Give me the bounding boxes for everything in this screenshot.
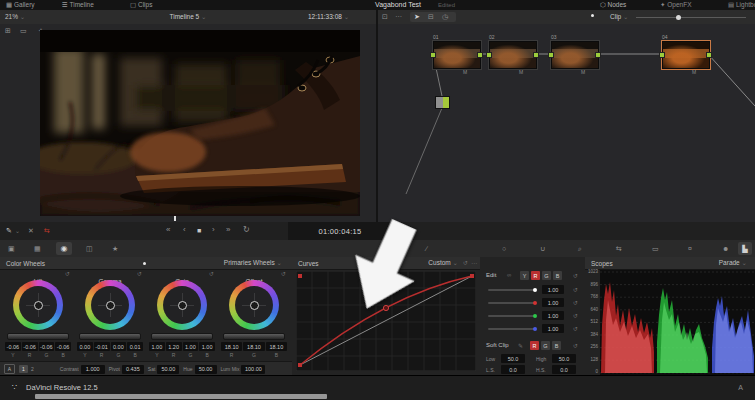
chevron-down-icon[interactable]: ⌄ — [15, 227, 20, 234]
circle-tool-icon[interactable]: ○ — [502, 245, 506, 252]
gain-y-value[interactable]: 1.00 — [149, 342, 165, 351]
red-curve-slider[interactable] — [488, 302, 536, 304]
lift-master-slider[interactable] — [7, 333, 69, 340]
camera-raw-icon[interactable]: ▣ — [8, 245, 15, 252]
reset-icon[interactable]: ↺ — [137, 270, 142, 277]
gamma-wheel[interactable] — [85, 280, 135, 330]
bank-a-button[interactable]: A — [4, 364, 15, 374]
ls-value[interactable]: 0.0 — [501, 365, 525, 374]
soft-clip-channel-b[interactable]: B — [552, 341, 561, 350]
scopes-tab-active[interactable]: ▙ — [738, 242, 752, 255]
luma-curve-slider[interactable] — [488, 289, 536, 291]
keyer-icon[interactable]: ¤ — [688, 245, 692, 252]
pencil-tool-icon[interactable]: ✎ — [6, 227, 12, 234]
close-icon[interactable]: ✕ — [28, 227, 34, 234]
luma-dot[interactable] — [533, 288, 537, 292]
grab-still-icon[interactable]: ⊞ — [5, 27, 11, 34]
reset-icon[interactable]: ↺ — [573, 325, 578, 332]
gamma-y-value[interactable]: 0.00 — [77, 342, 93, 351]
node-02[interactable] — [489, 41, 537, 69]
offset-wheel[interactable] — [229, 280, 279, 330]
luma-slider-value[interactable]: 1.00 — [542, 285, 564, 294]
lift-y-value[interactable]: -0.06 — [5, 342, 21, 351]
hs-value[interactable]: 0.0 — [552, 365, 576, 374]
pivot-value[interactable]: 0.435 — [122, 365, 144, 374]
clip-slider-handle[interactable] — [676, 15, 681, 20]
gamma-g-value[interactable]: 0.00 — [111, 342, 127, 351]
gain-b-value[interactable]: 1.00 — [199, 342, 215, 351]
blue-slider-value[interactable]: 1.00 — [542, 324, 564, 333]
node-output-dot[interactable] — [595, 52, 601, 58]
source-node[interactable] — [435, 96, 450, 109]
gamma-b-value[interactable]: 0.01 — [127, 342, 143, 351]
reset-icon[interactable]: ↺ — [573, 299, 578, 306]
node-input-dot[interactable] — [430, 52, 436, 58]
high-value[interactable]: 50.0 — [552, 354, 576, 363]
node-output-dot[interactable] — [533, 52, 539, 58]
green-curve-slider[interactable] — [488, 315, 536, 317]
gamma-master-slider[interactable] — [79, 333, 141, 340]
gain-wheel[interactable] — [157, 280, 207, 330]
reset-icon[interactable]: ↺ — [573, 272, 578, 279]
blue-dot[interactable] — [533, 327, 537, 331]
red-slider-value[interactable]: 1.00 — [542, 298, 564, 307]
soft-clip-channel-r[interactable]: R — [530, 341, 539, 350]
edit-channel-r[interactable]: R — [531, 271, 540, 280]
clock-icon[interactable]: ◷ — [442, 13, 448, 20]
viewer-playhead[interactable] — [174, 216, 176, 221]
gain-g-value[interactable]: 1.00 — [183, 342, 199, 351]
node-01[interactable] — [433, 41, 481, 69]
soft-clip-channel-g[interactable]: G — [541, 341, 550, 350]
node-input-dot[interactable] — [548, 52, 554, 58]
pointer-tool-icon[interactable]: ➤ — [414, 13, 420, 20]
reset-icon[interactable]: ↺ — [573, 286, 578, 293]
hue-value[interactable]: 50.00 — [195, 365, 217, 374]
magnifier-icon[interactable]: ⌕ — [578, 245, 582, 252]
expand-icon[interactable]: ⊡ — [382, 13, 388, 20]
viewer-timecode[interactable]: 12:11:33:08 ⌄ — [308, 13, 349, 21]
bank-2-button[interactable]: 2 — [31, 366, 34, 372]
lut-icon[interactable]: ▦ — [34, 245, 41, 252]
wheel-mode-select[interactable]: Primaries Wheels ⌄ — [224, 259, 282, 267]
node-input-dot[interactable] — [659, 52, 665, 58]
step-back-icon[interactable]: ‹ — [183, 226, 186, 234]
status-a-icon[interactable]: A — [738, 384, 743, 391]
sat-value[interactable]: 50.00 — [157, 365, 179, 374]
offset-r-value[interactable]: 18.10 — [221, 342, 242, 351]
loop-icon[interactable]: ↻ — [243, 226, 250, 234]
edit-channel-g[interactable]: G — [542, 271, 551, 280]
stop-icon[interactable]: ■ — [197, 227, 201, 234]
star-icon[interactable]: ★ — [112, 245, 118, 252]
lift-r-value[interactable]: -0.06 — [22, 342, 38, 351]
compare-icon[interactable]: ⇆ — [616, 245, 622, 252]
lightbox-button[interactable]: ▤ Lightbox — [728, 1, 755, 9]
blue-curve-slider[interactable] — [488, 328, 536, 330]
node-input-dot[interactable] — [486, 52, 492, 58]
node-04-selected[interactable] — [662, 41, 710, 69]
contrast-value[interactable]: 1.000 — [81, 365, 105, 374]
clip-slider-track[interactable] — [636, 17, 746, 18]
wipe-icon[interactable]: ⇆ — [44, 227, 50, 235]
green-slider-value[interactable]: 1.00 — [542, 311, 564, 320]
go-to-start-icon[interactable]: « — [166, 226, 170, 234]
green-dot[interactable] — [533, 314, 537, 318]
tab-timeline[interactable]: ☰ Timeline — [62, 1, 94, 9]
qualifier-icon[interactable]: ◫ — [86, 245, 93, 252]
node-output-dot[interactable] — [706, 52, 712, 58]
lummix-value[interactable]: 100.00 — [241, 365, 265, 374]
offset-g-value[interactable]: 18.10 — [243, 342, 264, 351]
gamma-r-value[interactable]: -0.01 — [94, 342, 110, 351]
lift-b-value[interactable]: -0.06 — [55, 342, 71, 351]
tab-gallery[interactable]: ▦ Gallery — [6, 1, 35, 9]
reset-icon[interactable]: ↺ — [573, 342, 578, 349]
reset-icon[interactable]: ↺ — [281, 270, 286, 277]
gain-master-slider[interactable] — [151, 333, 213, 340]
reset-icon[interactable]: ↺ — [209, 270, 214, 277]
reset-icon[interactable]: ↺ — [573, 312, 578, 319]
link-icon[interactable]: ∞ — [507, 272, 511, 278]
reference-icon[interactable]: ▭ — [20, 27, 27, 34]
pencil-icon[interactable]: ✎ — [518, 342, 523, 349]
openfx-button[interactable]: ✦ OpenFX — [660, 1, 691, 9]
step-forward-icon[interactable]: › — [212, 226, 215, 234]
trash-icon[interactable]: ⊟ — [428, 13, 434, 20]
